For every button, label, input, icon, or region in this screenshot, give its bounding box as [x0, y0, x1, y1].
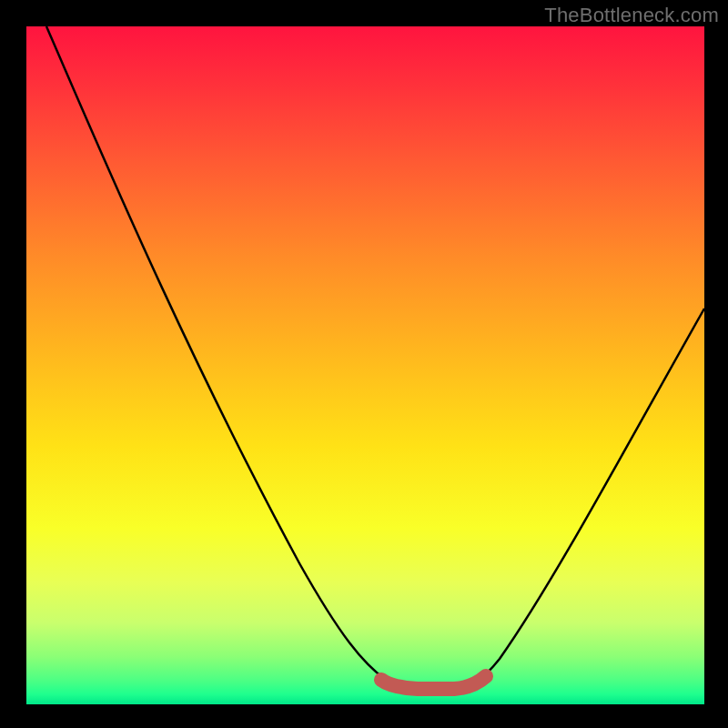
plot-area [26, 26, 704, 704]
watermark-text: TheBottleneck.com [544, 4, 719, 27]
bottleneck-curve [26, 26, 704, 704]
chart-frame: TheBottleneck.com [0, 0, 728, 728]
